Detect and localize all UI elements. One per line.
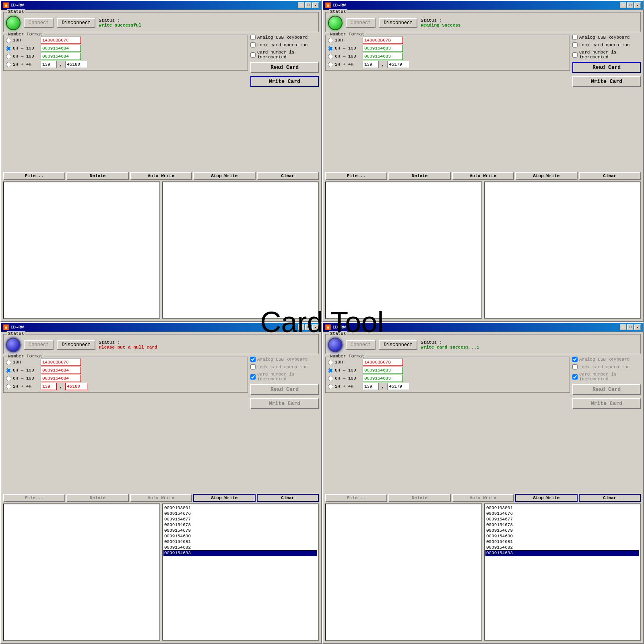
list-item[interactable]: 0009154676: [163, 511, 317, 516]
toolbar-btn-clear[interactable]: Clear: [257, 172, 319, 180]
format-input-0[interactable]: [363, 359, 403, 366]
format-radio-2[interactable]: [6, 54, 11, 59]
list-item[interactable]: 0009154677: [485, 516, 639, 522]
close-button[interactable]: ✕: [312, 2, 319, 8]
checkbox-2[interactable]: [250, 374, 256, 380]
checkbox-1[interactable]: [572, 364, 578, 369]
format-radio-0[interactable]: [6, 38, 11, 43]
list-item[interactable]: 0009154681: [163, 539, 317, 545]
format-radio-0[interactable]: [328, 38, 333, 43]
toolbar-btn-stop-write[interactable]: Stop Write: [515, 494, 577, 502]
checkbox-0[interactable]: [572, 35, 578, 40]
toolbar-btn-stop-write[interactable]: Stop Write: [193, 172, 255, 180]
format-radio-3[interactable]: [328, 62, 333, 67]
format-radio-1[interactable]: [328, 46, 333, 51]
format-input-4h[interactable]: [387, 61, 409, 68]
format-input-0[interactable]: [363, 37, 403, 44]
toolbar-btn-delete[interactable]: Delete: [66, 494, 128, 502]
format-input-2h[interactable]: [41, 383, 57, 390]
format-radio-0[interactable]: [6, 360, 11, 365]
list-item[interactable]: 0009154676: [485, 511, 639, 516]
format-input-4h[interactable]: [65, 383, 87, 390]
maximize-button[interactable]: □: [305, 2, 312, 8]
format-input-4h[interactable]: [387, 383, 409, 390]
toolbar-btn-file[interactable]: File...: [3, 494, 65, 502]
connect-button[interactable]: Connect: [24, 18, 54, 28]
format-radio-2[interactable]: [328, 54, 333, 59]
list-box-right[interactable]: 0009103801000915467600091546770009154678…: [484, 504, 641, 641]
toolbar-btn-auto-write[interactable]: Auto Write: [452, 172, 514, 180]
format-input-2[interactable]: [363, 53, 403, 60]
format-input-0[interactable]: [41, 37, 81, 44]
format-input-2h[interactable]: [363, 383, 379, 390]
disconnect-button[interactable]: Disconnect: [57, 18, 95, 28]
list-item[interactable]: 0009154681: [485, 539, 639, 545]
format-radio-2[interactable]: [6, 376, 11, 381]
list-item[interactable]: 0009154680: [163, 533, 317, 539]
list-item[interactable]: 0009154683: [163, 550, 317, 556]
toolbar-btn-auto-write[interactable]: Auto Write: [130, 172, 192, 180]
checkbox-1[interactable]: [250, 42, 256, 47]
checkbox-2[interactable]: [572, 52, 578, 58]
toolbar-btn-clear[interactable]: Clear: [579, 172, 641, 180]
write-card-button[interactable]: Write Card: [572, 398, 641, 409]
read-card-button[interactable]: Read Card: [572, 62, 641, 73]
checkbox-0[interactable]: [250, 35, 256, 40]
checkbox-0[interactable]: [572, 357, 578, 362]
list-item[interactable]: 0009103801: [485, 505, 639, 511]
format-radio-1[interactable]: [6, 368, 11, 373]
checkbox-1[interactable]: [572, 42, 578, 47]
checkbox-2[interactable]: [250, 52, 256, 58]
maximize-button[interactable]: □: [627, 2, 634, 8]
format-radio-3[interactable]: [6, 384, 11, 389]
toolbar-btn-stop-write[interactable]: Stop Write: [515, 172, 577, 180]
toolbar-btn-auto-write[interactable]: Auto Write: [130, 494, 192, 502]
disconnect-button[interactable]: Disconnect: [379, 18, 417, 28]
list-box-left[interactable]: [3, 182, 160, 319]
minimize-button[interactable]: ─: [620, 2, 626, 8]
checkbox-1[interactable]: [250, 364, 256, 369]
format-input-4h[interactable]: [65, 61, 87, 68]
read-card-button[interactable]: Read Card: [250, 384, 319, 395]
connect-button[interactable]: Connect: [346, 340, 376, 350]
format-input-2[interactable]: [363, 375, 403, 382]
list-item[interactable]: 0009154682: [485, 545, 639, 550]
toolbar-btn-stop-write[interactable]: Stop Write: [193, 494, 255, 502]
toolbar-btn-clear[interactable]: Clear: [257, 494, 319, 502]
close-button[interactable]: ✕: [634, 2, 641, 8]
format-input-2h[interactable]: [41, 61, 57, 68]
write-card-button[interactable]: Write Card: [572, 76, 641, 87]
format-radio-1[interactable]: [6, 46, 11, 51]
toolbar-btn-file[interactable]: File...: [325, 494, 387, 502]
connect-button[interactable]: Connect: [346, 18, 376, 28]
format-input-2[interactable]: [41, 53, 81, 60]
toolbar-btn-file[interactable]: File...: [3, 172, 65, 180]
list-box-left[interactable]: [3, 504, 160, 641]
list-box-left[interactable]: [325, 182, 482, 319]
list-box-left[interactable]: [325, 504, 482, 641]
list-item[interactable]: 0009154682: [163, 545, 317, 550]
list-item[interactable]: 0009154683: [485, 550, 639, 556]
minimize-button[interactable]: ─: [298, 2, 304, 8]
read-card-button[interactable]: Read Card: [572, 384, 641, 395]
format-input-1[interactable]: [363, 367, 403, 374]
list-item[interactable]: 0009103801: [163, 505, 317, 511]
format-input-2[interactable]: [41, 375, 81, 382]
toolbar-btn-auto-write[interactable]: Auto Write: [452, 494, 514, 502]
maximize-button[interactable]: □: [305, 324, 312, 330]
write-card-button[interactable]: Write Card: [250, 398, 319, 409]
toolbar-btn-file[interactable]: File...: [325, 172, 387, 180]
list-item[interactable]: 0009154679: [163, 528, 317, 533]
format-input-1[interactable]: [363, 45, 403, 52]
list-item[interactable]: 0009154677: [163, 516, 317, 522]
minimize-button[interactable]: ─: [620, 324, 626, 330]
minimize-button[interactable]: ─: [298, 324, 304, 330]
list-box-right[interactable]: [162, 182, 319, 319]
connect-button[interactable]: Connect: [24, 340, 54, 350]
list-item[interactable]: 0009154678: [485, 522, 639, 528]
format-input-2h[interactable]: [363, 61, 379, 68]
format-input-1[interactable]: [41, 45, 81, 52]
format-input-0[interactable]: [41, 359, 81, 366]
list-item[interactable]: 0009154679: [485, 528, 639, 533]
checkbox-0[interactable]: [250, 357, 256, 362]
